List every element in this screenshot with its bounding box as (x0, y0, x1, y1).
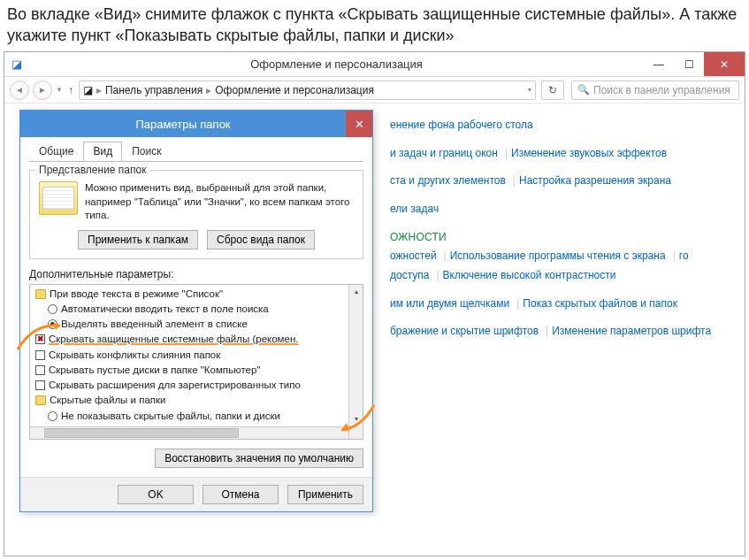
folder-options-dialog: Параметры папок ✕ ОбщиеВидПоиск Представ… (19, 110, 373, 512)
link-row: ожностей|Использование программы чтения … (390, 247, 730, 285)
link-row: ста и других элементов|Настройка разреше… (390, 172, 730, 191)
app-icon: ◪ (4, 52, 29, 77)
divider: | (444, 249, 447, 262)
radio-button[interactable] (48, 304, 57, 314)
tree-vertical-scrollbar[interactable]: ▴ ▾ (348, 285, 363, 439)
ok-button[interactable]: OK (118, 485, 194, 504)
tab-Поиск[interactable]: Поиск (122, 142, 171, 161)
divider: | (505, 147, 508, 159)
checkbox[interactable] (35, 365, 45, 375)
apply-to-folders-button[interactable]: Применить к папкам (78, 230, 198, 249)
folder-preview-icon (39, 181, 78, 215)
tree-item-label: При вводе текста в режиме "Список" (50, 287, 223, 302)
search-placeholder: Поиск в панели управления (593, 84, 730, 96)
group-title: Представление папок (35, 164, 149, 176)
control-panel-link[interactable]: Изменение звуковых эффектов (511, 147, 667, 159)
chevron-right-icon: ▸ (206, 84, 211, 96)
tree-item-label: Скрывать расширения для зарегистрированн… (49, 378, 301, 393)
restore-defaults-button[interactable]: Восстановить значения по умолчанию (155, 449, 363, 468)
dropdown-icon[interactable]: ▾ (528, 86, 531, 94)
link-row: бражение и скрытие шрифтов|Изменение пар… (390, 322, 730, 341)
tree-item[interactable]: Не показывать скрытые файлы, папки и дис… (35, 409, 361, 424)
scroll-down-icon[interactable]: ▾ (349, 412, 363, 426)
tab-Общие[interactable]: Общие (29, 142, 83, 161)
cancel-button[interactable]: Отмена (203, 485, 279, 504)
group-description: Можно применить вид, выбранный для этой … (85, 181, 354, 223)
dialog-title: Параметры папок (20, 118, 346, 131)
search-icon: 🔍 (577, 84, 590, 96)
dialog-titlebar[interactable]: Параметры папок ✕ (20, 111, 372, 137)
control-panel-link[interactable]: ели задач (390, 203, 439, 215)
control-panel-link[interactable]: и задач и границ окон (390, 147, 498, 159)
checkbox[interactable] (35, 350, 45, 360)
breadcrumb-root[interactable]: Панель управления (105, 84, 203, 96)
back-button[interactable]: ◄ (10, 81, 29, 100)
tree-item[interactable]: Выделять введенный элемент в списке (35, 317, 361, 332)
control-panel-link[interactable]: ожностей (390, 249, 437, 262)
search-input[interactable]: 🔍 Поиск в панели управления (571, 81, 739, 100)
control-panel-link[interactable]: им или двумя щелчками (390, 297, 509, 310)
advanced-settings-tree[interactable]: При вводе текста в режиме "Список"Автома… (29, 284, 363, 440)
history-dropdown-icon[interactable]: ▼ (56, 86, 63, 94)
tree-horizontal-scrollbar[interactable] (30, 426, 348, 439)
control-panel-link[interactable]: бражение и скрытие шрифтов (390, 325, 539, 337)
control-panel-link[interactable]: Настройка разрешения экрана (519, 174, 671, 187)
apply-button[interactable]: Применить (287, 485, 363, 504)
divider: | (516, 297, 519, 310)
link-row: енение фона рабочего стола (390, 116, 730, 135)
tab-Вид[interactable]: Вид (83, 142, 122, 161)
up-button[interactable]: ↑ (68, 84, 73, 96)
close-button[interactable]: ✕ (704, 52, 745, 76)
maximize-button[interactable]: ☐ (674, 52, 704, 76)
tree-item[interactable]: Скрывать защищенные системные файлы (рек… (35, 332, 361, 347)
control-panel-link[interactable]: Использование программы чтения с экрана (450, 249, 666, 262)
divider: | (513, 174, 516, 187)
link-row: ели задач (390, 200, 730, 219)
chevron-right-icon: ▸ (96, 84, 102, 96)
reset-view-button[interactable]: Сброс вида папок (207, 230, 315, 249)
control-panel-link[interactable]: ста и других элементов (390, 174, 506, 187)
tree-item-label: Скрывать защищенные системные файлы (рек… (49, 332, 298, 347)
tree-item[interactable]: Скрывать расширения для зарегистрированн… (35, 378, 361, 393)
divider: | (436, 269, 439, 281)
link-row: им или двумя щелчками|Показ скрытых файл… (390, 295, 730, 314)
tree-item[interactable]: Скрытые файлы и папки (35, 393, 361, 408)
breadcrumb[interactable]: ◪ ▸ Панель управления ▸ Оформление и пер… (79, 81, 536, 100)
refresh-button[interactable]: ↻ (541, 81, 564, 100)
tree-item-label: Автоматически вводить текст в поле поиск… (61, 302, 269, 317)
dialog-tabs: ОбщиеВидПоиск (29, 142, 363, 162)
window-title: Оформление и персонализация (29, 58, 644, 71)
divider: | (546, 325, 548, 337)
window-titlebar: ◪ Оформление и персонализация — ☐ ✕ (4, 52, 745, 77)
control-panel-link[interactable]: Показ скрытых файлов и папок (523, 297, 677, 310)
control-panel-link[interactable]: Включение высокой контрастности (443, 269, 616, 281)
tree-item-label: Скрытые файлы и папки (50, 393, 166, 408)
radio-button[interactable] (48, 411, 57, 421)
tree-item[interactable]: Скрывать пустые диски в папке "Компьютер… (35, 363, 361, 378)
advanced-label: Дополнительные параметры: (29, 268, 363, 280)
checkbox[interactable] (35, 380, 45, 390)
tree-item-label: Не показывать скрытые файлы, папки и дис… (61, 409, 280, 424)
radio-button[interactable] (48, 319, 57, 329)
tree-item[interactable]: При вводе текста в режиме "Список" (35, 287, 361, 302)
folder-view-group: Представление папок Можно применить вид,… (29, 170, 363, 259)
divider: | (673, 249, 676, 262)
folder-icon[interactable] (35, 395, 46, 405)
control-panel-link[interactable]: Изменение параметров шрифта (552, 325, 711, 337)
control-panel-link[interactable]: енение фона рабочего стола (390, 119, 533, 131)
breadcrumb-sub[interactable]: Оформление и персонализация (215, 84, 374, 96)
tree-item[interactable]: Скрывать конфликты слияния папок (35, 348, 361, 363)
scroll-up-icon[interactable]: ▴ (349, 285, 363, 299)
dialog-button-row: OK Отмена Применить (20, 477, 372, 511)
folder-icon[interactable] (35, 289, 46, 299)
dialog-close-button[interactable]: ✕ (346, 111, 372, 137)
breadcrumb-root-icon: ◪ (83, 84, 93, 96)
minimize-button[interactable]: — (644, 52, 674, 76)
forward-button[interactable]: ► (33, 81, 52, 100)
tree-item[interactable]: Автоматически вводить текст в поле поиск… (35, 302, 361, 317)
nav-bar: ◄ ► ▼ ↑ ◪ ▸ Панель управления ▸ Оформлен… (4, 77, 745, 104)
link-row: и задач и границ окон|Изменение звуковых… (390, 144, 730, 164)
scrollbar-thumb[interactable] (44, 428, 239, 438)
checkbox[interactable] (35, 334, 45, 344)
instruction-text: Во вкладке «Вид» снимите флажок с пункта… (0, 0, 749, 54)
